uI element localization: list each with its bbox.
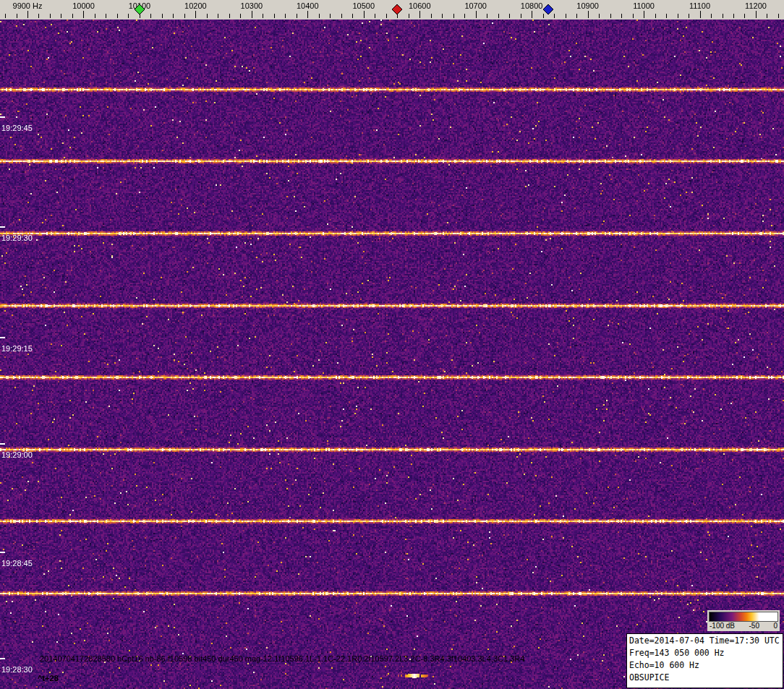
status-info-box: Date=2014-07-04 Time=17:30 UTC Freq=143 … — [626, 633, 783, 688]
time-axis-label: 19:28:45 — [1, 560, 33, 568]
cursor-note-text: ^t+28 — [38, 674, 59, 682]
scale-mid-label: -50 — [749, 622, 759, 630]
time-axis-tick — [0, 337, 5, 338]
info-station-line: OBSUPICE — [629, 672, 780, 684]
scale-max-label: 0 — [773, 622, 777, 630]
green-diamond-marker-icon[interactable] — [134, 4, 145, 15]
time-axis-tick — [0, 116, 5, 118]
time-axis-label: 19:29:00 — [1, 451, 33, 459]
time-axis-label: 19:29:45 — [1, 124, 33, 132]
color-scale-legend: -100 dB -50 0 — [707, 610, 780, 631]
info-date-line: Date=2014-07-04 Time=17:30 UTC — [629, 635, 780, 647]
color-scale-labels: -100 dB -50 0 — [709, 622, 778, 630]
time-axis-tick — [0, 443, 5, 445]
time-axis-tick — [0, 658, 5, 659]
time-axis-label: 19:28:30 — [1, 666, 33, 674]
color-scale-gradient-bar — [709, 612, 778, 622]
red-diamond-marker-icon[interactable] — [391, 4, 403, 15]
spectrogram-app: 19:29:4519:29:3019:29:1519:29:0019:28:45… — [0, 0, 784, 689]
detection-log-text: 20140704172828580 hCpt16 nb-86 f10598 bi… — [40, 654, 524, 663]
blue-diamond-marker-icon[interactable] — [542, 4, 554, 15]
time-axis-label: 19:29:15 — [1, 345, 33, 353]
time-axis-tick — [0, 226, 5, 228]
info-echo-line: Echo=10 600 Hz — [629, 659, 780, 672]
time-axis-tick — [0, 552, 5, 553]
info-freq-line: Freq=143 050 000 Hz — [629, 647, 780, 659]
scale-min-label: -100 dB — [710, 622, 735, 630]
spectrogram-canvas[interactable] — [0, 20, 784, 689]
time-axis-label: 19:29:30 — [1, 234, 33, 242]
